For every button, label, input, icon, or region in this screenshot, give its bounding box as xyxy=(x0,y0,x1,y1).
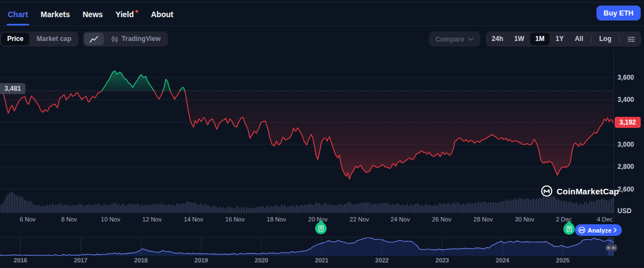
cmc-logo-icon xyxy=(578,226,585,234)
x-axis-label: 22 Nov xyxy=(350,216,369,223)
x-axis-label: 20 Nov xyxy=(308,216,328,223)
y-axis-label: 3,000 xyxy=(617,141,634,148)
x-axis-label: 10 Nov xyxy=(101,216,121,223)
x-axis-label: 8 Nov xyxy=(61,216,77,223)
x-axis-label: 4 Dec xyxy=(597,216,613,223)
navigator-year-label: 2020 xyxy=(255,257,268,264)
y-axis-label: 2,600 xyxy=(617,185,634,193)
x-axis-label: 14 Nov xyxy=(184,216,203,223)
analyze-button[interactable]: Analyze xyxy=(575,224,622,236)
x-axis-label: 30 Nov xyxy=(515,216,535,223)
x-axis-label: 18 Nov xyxy=(267,216,286,223)
x-axis-label: 6 Nov xyxy=(20,216,36,223)
coinmarketcap-watermark: CoinMarketCap xyxy=(541,185,619,197)
document-icon xyxy=(318,225,324,231)
navigator-year-label: 2018 xyxy=(134,257,148,264)
navigator-year-label: 2022 xyxy=(375,257,389,264)
x-axis-label: 26 Nov xyxy=(432,216,452,223)
x-axis-label: 12 Nov xyxy=(143,216,162,223)
watermark-label: CoinMarketCap xyxy=(557,187,619,196)
y-axis-label: 2,800 xyxy=(617,163,634,171)
coin-chart-page: Chart Markets News Yield About Buy ETH P… xyxy=(0,0,644,268)
navigator-year-label: 2016 xyxy=(14,257,27,264)
unit-label: USD xyxy=(617,207,631,215)
analyze-label: Analyze xyxy=(588,227,611,234)
navigator-year-label: 2019 xyxy=(195,257,208,264)
navigator-handle-right[interactable] xyxy=(610,244,617,251)
document-icon xyxy=(567,226,572,232)
navigator-year-label: 2025 xyxy=(556,257,569,264)
navigator-year-label: 2023 xyxy=(436,257,449,264)
baseline-price-pill: 3,481 xyxy=(0,83,25,94)
navigator-year-label: 2024 xyxy=(496,257,509,264)
cmc-logo-icon xyxy=(541,185,553,197)
y-axis-label: 3,600 xyxy=(617,74,634,81)
x-axis-label: 28 Nov xyxy=(474,216,493,223)
last-price-badge: 3,192 xyxy=(615,117,641,128)
y-axis-label: 3,400 xyxy=(617,96,634,104)
navigator-year-label: 2021 xyxy=(315,257,328,264)
navigator-year-label: 2017 xyxy=(74,257,87,264)
x-axis-label: 24 Nov xyxy=(391,216,410,223)
x-axis-label: 16 Nov xyxy=(226,216,245,223)
chevron-right-icon xyxy=(614,228,617,233)
